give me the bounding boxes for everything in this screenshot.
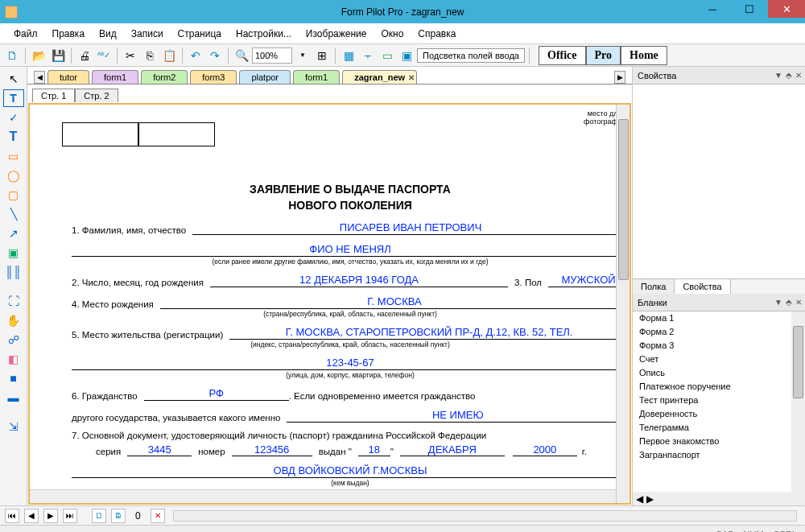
tab-home[interactable]: Home [621,46,667,65]
blank-item[interactable]: Загранпаспорт [633,448,791,462]
field-number[interactable]: 123456 [232,443,312,456]
page-tab-2[interactable]: Стр. 2 [75,89,118,102]
spell-icon[interactable]: ᴬᴮ✓ [95,47,113,64]
maximize-button[interactable]: ☐ [731,0,768,18]
zoom-dropdown-icon[interactable]: ▼ [294,47,312,64]
field-phone[interactable]: 123-45-67 [72,357,629,370]
blank-item[interactable]: Платежное поручение [633,380,791,394]
fill-line-icon[interactable]: ▬ [3,389,24,406]
field-issue-year[interactable]: 2000 [513,443,577,456]
doc-tab-platpor[interactable]: platpor [239,70,291,84]
ellipse-icon[interactable]: ◯ [3,167,24,184]
tab-office[interactable]: Office [539,46,586,65]
blanks-expand-icon[interactable]: ◀ [636,493,643,505]
new-icon[interactable]: 🗋 [3,47,21,64]
panel-close-icon[interactable]: ✕ [795,71,802,80]
eraser-icon[interactable]: ◧ [3,350,24,368]
field-other-citizenship[interactable]: НЕ ИМЕЮ [287,409,629,423]
menu-view[interactable]: Вид [92,28,124,39]
menu-help[interactable]: Справка [411,28,463,39]
nav-last-icon[interactable]: ⏭ [63,509,77,523]
panel-dropdown-icon[interactable]: ▼ [774,71,782,80]
blank-item[interactable]: Первое знакомство [633,435,791,448]
grid-icon[interactable]: ⊞ [313,47,331,64]
print-icon[interactable]: 🖨 [76,47,93,64]
menu-page[interactable]: Страница [171,28,229,39]
field-fio[interactable]: ПИСАРЕВ ИВАН ПЕТРОВИЧ [192,221,629,235]
tab-pro[interactable]: Pro [586,46,621,65]
field-series[interactable]: 3445 [127,443,192,456]
doc-tab-form3[interactable]: form3 [190,70,237,84]
doc-tab-tutor[interactable]: tutor [47,70,89,84]
blank-item[interactable]: Счет [633,353,791,366]
blank-item[interactable]: Форма 2 [633,325,791,339]
field-fio-change[interactable]: ФИО НЕ МЕНЯЛ [72,243,629,257]
pointer-icon[interactable]: ↖ [3,70,24,88]
cut-icon[interactable]: ✂ [122,47,139,64]
canvas[interactable]: место для фотографии ЗАЯВЛЕНИЕ О ВЫДАЧЕ … [28,103,631,505]
panel-pin-icon[interactable]: ⬘ [786,71,792,80]
field-citizenship[interactable]: РФ [144,387,289,401]
doc-tab-form1b[interactable]: form1 [293,70,340,84]
field-icon[interactable]: ▭ [378,47,396,64]
field-birthplace[interactable]: Г. МОСКВА [160,295,629,309]
nav-next-icon[interactable]: ▶ [43,509,58,523]
minimize-button[interactable]: ─ [694,0,731,18]
menu-image[interactable]: Изображение [299,28,374,39]
nav-hscroll[interactable] [173,510,797,522]
blank-item[interactable]: Форма 1 [633,311,791,325]
arrow-tool-icon[interactable]: ↗ [3,225,24,242]
text-icon[interactable]: T [3,128,24,146]
doc-tab-zagran[interactable]: zagran_new✕ [342,70,417,84]
blanks-collapse-icon[interactable]: ▶ [646,493,654,505]
properties-panel-header[interactable]: Свойства ▼⬘✕ [633,67,805,85]
menu-file[interactable]: Файл [6,28,45,39]
nav-delete-icon[interactable]: ✕ [151,509,165,523]
menu-edit[interactable]: Правка [45,28,93,39]
blank-item[interactable]: Форма 3 [633,339,791,353]
tab-properties[interactable]: Свойства [675,279,730,295]
blanks-panel-header[interactable]: Бланки ▼⬘✕ [633,294,805,311]
menu-settings[interactable]: Настройки... [229,28,299,39]
panel-pin-icon[interactable]: ⬘ [786,298,792,307]
crop-icon[interactable]: ⛶ [3,292,24,310]
snap-icon[interactable]: ⫟ [359,47,377,64]
canvas-vscrollbar[interactable] [616,105,630,503]
field-issue-day[interactable]: 18 [358,443,390,456]
field-dob[interactable]: 12 ДЕКАБРЯ 1946 ГОДА [210,274,508,287]
paste-icon[interactable]: 📋 [160,47,178,64]
tabs-scroll-left[interactable]: ◀ [34,71,45,84]
nav-page-icon[interactable]: 🗋 [92,509,106,523]
insert-icon[interactable]: ⇲ [3,418,24,435]
menu-records[interactable]: Записи [124,28,171,39]
barcode-icon[interactable]: ║║ [3,263,24,281]
open-icon[interactable]: 📂 [30,47,47,64]
redo-icon[interactable]: ↷ [206,47,224,64]
zoom-out-icon[interactable]: 🔍 [233,47,250,64]
close-button[interactable]: ✕ [768,0,805,18]
image-icon[interactable]: ▣ [3,244,24,262]
blank-item[interactable]: Тест принтера [633,394,791,407]
page-tab-1[interactable]: Стр. 1 [32,89,75,102]
menu-window[interactable]: Окно [374,28,411,39]
blank-item[interactable]: Телеграмма [633,421,791,435]
close-tab-icon[interactable]: ✕ [408,73,415,82]
tabs-scroll-right[interactable]: ▶ [614,71,625,84]
nav-first-icon[interactable]: ⏮ [5,509,19,523]
line-icon[interactable]: ╲ [3,205,24,223]
rrect-icon[interactable]: ▢ [3,186,24,204]
hand-icon[interactable]: ✋ [3,311,24,329]
zoom-input[interactable] [252,47,292,64]
highlight-label[interactable]: Подсветка полей ввода [417,48,525,63]
blank-item[interactable]: Доверенность [633,407,791,421]
doc-tab-form1a[interactable]: form1 [92,70,138,84]
fill-rect-icon[interactable]: ■ [3,369,24,387]
check-icon[interactable]: ✓ [3,109,24,126]
blanks-vscrollbar[interactable] [791,311,805,492]
field-issuer[interactable]: ОВД ВОЙКОВСКИЙ Г.МОСКВЫ [72,464,629,478]
rect-icon[interactable]: ▭ [3,147,24,165]
text-box-icon[interactable]: T [3,89,24,107]
nav-prev-icon[interactable]: ◀ [24,509,39,523]
blank-item[interactable]: Опись [633,366,791,380]
field-issue-month[interactable]: ДЕКАБРЯ [400,443,505,456]
